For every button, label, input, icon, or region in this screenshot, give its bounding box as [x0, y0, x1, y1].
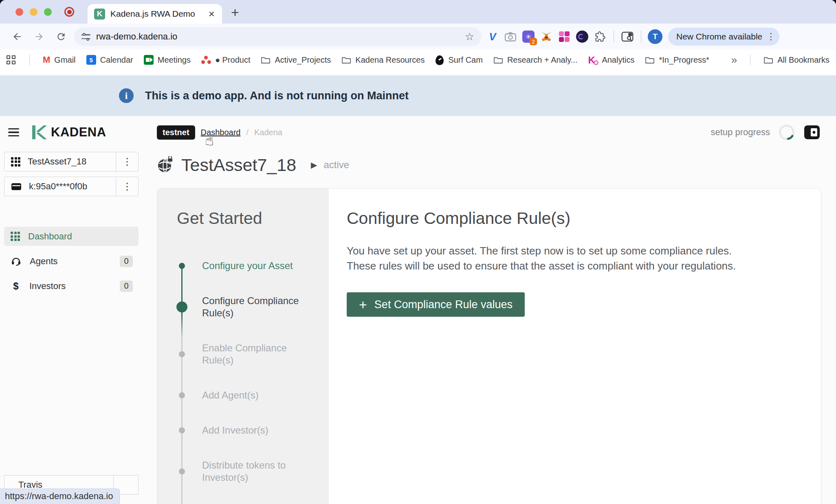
step-dot — [179, 263, 185, 269]
sidebar-nav: Dashboard Agents 0 $ I — [4, 227, 139, 296]
extension-vimcal-icon[interactable]: V — [486, 30, 499, 44]
asset-title-row: TestAsset7_18 ▶ active — [157, 153, 821, 176]
get-started-title: Get Started — [177, 209, 321, 228]
cta-label: Set Compliance Rule values — [374, 298, 513, 311]
bookmark-analytics[interactable]: K Analytics — [588, 55, 634, 65]
step-add-agents[interactable]: Add Agent(s) — [177, 389, 321, 401]
extension-camera-icon[interactable] — [504, 30, 517, 44]
bookmarks-overflow-icon[interactable]: » — [731, 54, 737, 66]
screen-record-icon[interactable] — [64, 7, 74, 17]
get-started-panel: Get Started Configure your Asset Configu… — [157, 188, 329, 504]
step-add-investors[interactable]: Add Investor(s) — [177, 424, 321, 436]
address-bar[interactable]: rwa-demo.kadena.io ☆ — [74, 27, 482, 46]
folder-icon — [493, 56, 503, 64]
bookmark-meetings[interactable]: Meetings — [144, 55, 191, 65]
step-dot — [179, 392, 185, 399]
bookmark-kadena-resources[interactable]: Kadena Resources — [341, 55, 425, 65]
sidebar: TestAsset7_18 ⋮ k:95a0****0f0b ⋮ — [0, 149, 142, 504]
bookmark-active-projects[interactable]: Active_Projects — [261, 55, 331, 65]
browser-menu-icon[interactable]: ⋮ — [766, 32, 775, 41]
bookmark-product[interactable]: ● Product — [201, 55, 251, 65]
close-window-button[interactable] — [15, 8, 23, 16]
page-title: TestAsset7_18 — [181, 155, 296, 175]
asset-panel-icon[interactable] — [803, 125, 821, 140]
get-started-card: Get Started Configure your Asset Configu… — [157, 188, 821, 504]
sidebar-item-dashboard[interactable]: Dashboard — [4, 227, 139, 246]
mouse-cursor-icon: ☝ — [205, 132, 214, 149]
bookmark-research[interactable]: Research + Analy... — [493, 55, 578, 65]
step-distribute-tokens[interactable]: Distribute tokens to Investor(s) — [177, 459, 321, 484]
set-compliance-rules-button[interactable]: + Set Compliance Rule values — [347, 292, 525, 317]
folder-icon — [763, 56, 773, 64]
banner-text: This is a demo app. And is not running o… — [145, 90, 409, 102]
minimize-window-button[interactable] — [30, 8, 37, 16]
site-settings-icon[interactable] — [81, 33, 90, 40]
content-heading: Configure Compliance Rule(s) — [347, 209, 805, 228]
bookmarks-divider — [750, 55, 750, 65]
breadcrumb-separator: / — [246, 128, 249, 137]
extension-dark-app-icon[interactable] — [575, 30, 589, 44]
kadena-logo[interactable]: KADENA — [31, 125, 106, 140]
bookmark-surf-cam[interactable]: Surf Cam — [435, 55, 482, 65]
extension-figma-icon[interactable] — [557, 30, 571, 44]
info-icon: i — [119, 88, 134, 103]
bookmark-in-progress[interactable]: *In_Progress* — [645, 55, 709, 65]
update-label: New Chrome available — [676, 32, 762, 42]
apps-grid-icon[interactable] — [7, 55, 15, 64]
step-dot — [179, 351, 185, 357]
url-text[interactable]: rwa-demo.kadena.io — [96, 31, 459, 42]
bookmark-calendar[interactable]: 5Calendar — [86, 55, 133, 65]
status-chevron-icon[interactable]: ▶ — [311, 160, 317, 170]
sidebar-item-agents[interactable]: Agents 0 — [4, 252, 139, 271]
demo-banner: i This is a demo app. And is not running… — [0, 75, 836, 116]
toolbar-divider — [614, 31, 614, 43]
droplet-icon — [435, 55, 444, 65]
new-tab-button[interactable]: + — [231, 4, 239, 24]
link-status-tooltip: https://rwa-demo.kadena.io — [0, 489, 120, 504]
extensions-puzzle-icon[interactable] — [593, 30, 607, 44]
plus-icon: + — [359, 298, 367, 311]
sidebar-item-investors[interactable]: $ Investors 0 — [4, 276, 139, 296]
testnet-badge: testnet — [157, 125, 195, 140]
bookmarks-bar: MGmail 5Calendar Meetings ● Product Acti… — [0, 50, 836, 70]
all-bookmarks-button[interactable]: All Bookmarks — [763, 55, 829, 65]
grid-icon — [11, 157, 20, 167]
content-body-line1: You have set up your asset. The first st… — [347, 243, 746, 259]
forward-icon[interactable] — [30, 28, 48, 46]
step-configure-compliance[interactable]: Configure Compliance Rule(s) — [177, 295, 321, 319]
browser-tab[interactable]: K Kadena.js RWA Demo × — [88, 4, 222, 24]
browser-toolbar: rwa-demo.kadena.io ☆ V ✳ 2 T New Chrome … — [0, 24, 836, 50]
globe-lock-icon — [157, 156, 174, 173]
asset-selector[interactable]: TestAsset7_18 ⋮ — [4, 152, 139, 171]
reload-icon[interactable] — [52, 28, 70, 46]
bookmark-star-icon[interactable]: ☆ — [465, 31, 474, 43]
asset-selector-menu-icon[interactable]: ⋮ — [116, 156, 138, 167]
side-panel-search-icon[interactable] — [620, 30, 634, 44]
headset-icon — [11, 256, 22, 267]
wallet-selector-value: k:95a0****0f0b — [29, 181, 116, 192]
bookmark-gmail[interactable]: MGmail — [43, 55, 76, 65]
rwa-app: KADENA testnet Dashboard / Kadena ☝ setu… — [0, 116, 836, 504]
tab-strip: K Kadena.js RWA Demo × + — [0, 0, 836, 24]
hamburger-menu-icon[interactable] — [8, 128, 19, 136]
extension-metamask-icon[interactable] — [539, 30, 553, 44]
step-configure-asset[interactable]: Configure your Asset — [177, 260, 321, 272]
setup-steps: Configure your Asset Configure Complianc… — [177, 260, 321, 504]
step-enable-compliance[interactable]: Enable Compliance Rule(s) — [177, 342, 321, 366]
extension-screenshot-icon[interactable]: ✳ 2 — [521, 30, 535, 44]
investors-count-badge: 0 — [120, 280, 133, 292]
folder-icon — [261, 56, 271, 64]
content-body-line2: These rules will be used to ensure that … — [347, 259, 746, 274]
status-badge: active — [323, 159, 349, 171]
step-content: Configure Compliance Rule(s) You have se… — [329, 188, 821, 504]
wallet-selector-menu-icon[interactable]: ⋮ — [116, 181, 138, 192]
profile-avatar[interactable]: T — [648, 29, 662, 44]
chrome-update-button[interactable]: New Chrome available ⋮ — [668, 28, 779, 46]
gmail-icon: M — [43, 55, 50, 65]
maximize-window-button[interactable] — [44, 8, 52, 16]
tab-close-icon[interactable]: × — [208, 9, 216, 19]
back-icon[interactable] — [8, 28, 26, 46]
wallet-selector[interactable]: k:95a0****0f0b ⋮ — [4, 177, 139, 196]
meet-icon — [144, 55, 154, 65]
wallet-icon — [11, 182, 22, 191]
